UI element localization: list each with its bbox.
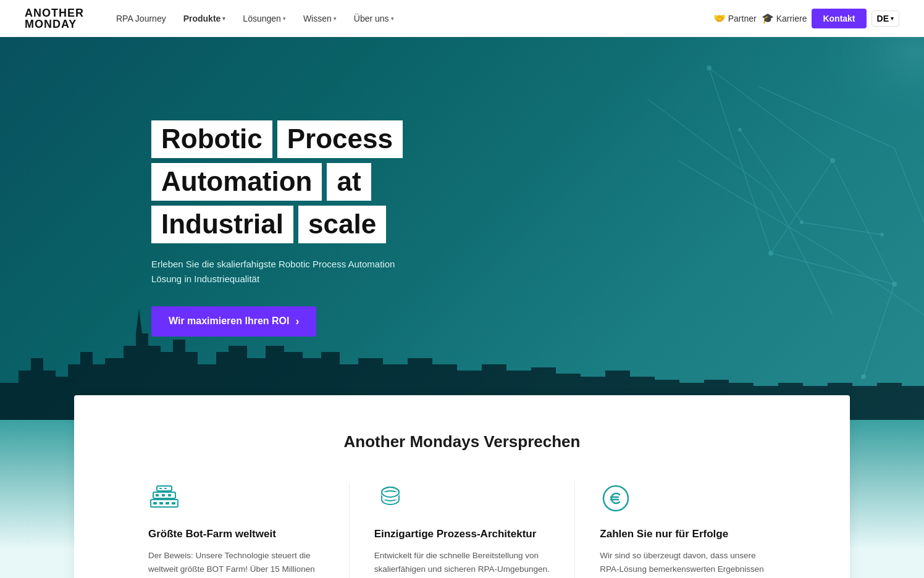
karriere-icon: 🎓 bbox=[762, 12, 774, 24]
nav-rpa-journey[interactable]: RPA Journey bbox=[109, 10, 174, 27]
nav-produkte[interactable]: Produkte ▾ bbox=[176, 10, 233, 27]
hero-title-automation: Automation bbox=[151, 163, 322, 201]
hero-section: Robotic Process Automation at Industrial… bbox=[0, 37, 924, 420]
polygon-decoration bbox=[462, 37, 924, 420]
svg-point-21 bbox=[880, 233, 884, 237]
card-title-bot-farm: Größte Bot-Farm weltweit bbox=[148, 528, 324, 540]
hero-title-industrial: Industrial bbox=[151, 206, 293, 243]
euro-icon bbox=[600, 482, 776, 517]
kontakt-button[interactable]: Kontakt bbox=[812, 9, 866, 28]
svg-rect-27 bbox=[172, 502, 175, 505]
svg-point-20 bbox=[800, 220, 804, 224]
hero-title-robotic: Robotic bbox=[151, 120, 272, 158]
hero-title-scale: scale bbox=[298, 206, 386, 243]
svg-point-17 bbox=[892, 282, 897, 287]
card-text-zahlen: Wir sind so überzeugt davon, dass unsere… bbox=[600, 549, 776, 578]
svg-line-7 bbox=[802, 222, 882, 235]
svg-rect-34 bbox=[164, 488, 167, 489]
promise-card-prozess: Einzigartige Prozess-Architektur Entwick… bbox=[350, 482, 576, 578]
nav-right: 🤝 Partner 🎓 Karriere Kontakt DE ▾ bbox=[713, 9, 899, 28]
hero-title-process: Process bbox=[277, 120, 403, 158]
chevron-down-icon: ▾ bbox=[283, 15, 286, 22]
hero-subtitle: Erleben Sie die skalierfahigste Robotic … bbox=[151, 257, 417, 287]
promise-card-bot-farm: Größte Bot-Farm weltweit Der Beweis: Uns… bbox=[124, 482, 350, 578]
logo[interactable]: ANOTHER MONDAY bbox=[25, 7, 84, 30]
chevron-down-icon: ▾ bbox=[334, 15, 337, 22]
svg-line-3 bbox=[863, 284, 894, 377]
title-row-1: Robotic Process bbox=[151, 120, 417, 158]
svg-rect-31 bbox=[168, 494, 171, 496]
nav-partner[interactable]: 🤝 Partner bbox=[713, 12, 757, 24]
card-title-prozess: Einzigartige Prozess-Architektur bbox=[374, 528, 550, 540]
nav-wissen[interactable]: Wissen ▾ bbox=[296, 10, 344, 27]
svg-point-22 bbox=[697, 37, 924, 210]
nav-karriere[interactable]: 🎓 Karriere bbox=[762, 12, 807, 24]
chevron-down-icon: ▾ bbox=[391, 15, 394, 22]
nav-links: RPA Journey Produkte ▾ Lösungen ▾ Wissen… bbox=[109, 10, 713, 27]
svg-point-16 bbox=[768, 251, 773, 256]
logo-line2: MONDAY bbox=[25, 19, 84, 30]
nav-loesungen[interactable]: Lösungen ▾ bbox=[235, 10, 293, 27]
arrow-icon: › bbox=[295, 315, 299, 328]
navbar: ANOTHER MONDAY RPA Journey Produkte ▾ Lö… bbox=[0, 0, 924, 37]
svg-rect-26 bbox=[166, 502, 169, 505]
chevron-down-icon: ▾ bbox=[891, 15, 894, 22]
card-text-prozess: Entwickelt für die schnelle Bereitstellu… bbox=[374, 549, 550, 578]
promise-cards: Größte Bot-Farm weltweit Der Beweis: Uns… bbox=[124, 482, 800, 578]
svg-rect-30 bbox=[162, 494, 165, 496]
svg-line-11 bbox=[833, 253, 924, 315]
bot-farm-icon bbox=[148, 482, 324, 517]
promise-section: Another Mondays Versprechen bbox=[74, 395, 850, 578]
promise-card-zahlen: Zahlen Sie nur für Erfolge Wir sind so ü… bbox=[575, 482, 800, 578]
nav-ueber-uns[interactable]: Über uns ▾ bbox=[346, 10, 401, 27]
title-row-3: Industrial scale bbox=[151, 206, 417, 243]
card-text-bot-farm: Der Beweis: Unsere Technologie steuert d… bbox=[148, 549, 324, 578]
prozess-icon bbox=[374, 482, 550, 517]
hero-title: Robotic Process Automation at Industrial… bbox=[151, 120, 417, 243]
svg-rect-24 bbox=[153, 502, 157, 505]
svg-line-9 bbox=[771, 191, 833, 315]
svg-rect-33 bbox=[159, 488, 162, 489]
partner-icon: 🤝 bbox=[713, 12, 726, 24]
language-selector[interactable]: DE ▾ bbox=[872, 10, 899, 27]
svg-point-42 bbox=[603, 486, 628, 511]
card-title-zahlen: Zahlen Sie nur für Erfolge bbox=[600, 528, 776, 540]
hero-title-at: at bbox=[327, 163, 371, 201]
logo-line1: ANOTHER bbox=[25, 7, 84, 19]
cta-button[interactable]: Wir maximieren Ihren ROI › bbox=[151, 306, 316, 337]
svg-line-2 bbox=[771, 253, 894, 284]
title-row-2: Automation at bbox=[151, 163, 417, 201]
promise-title: Another Mondays Versprechen bbox=[124, 432, 800, 451]
hero-content: Robotic Process Automation at Industrial… bbox=[0, 120, 417, 336]
svg-point-18 bbox=[861, 374, 866, 379]
svg-rect-29 bbox=[156, 494, 159, 496]
svg-rect-25 bbox=[159, 502, 163, 505]
chevron-down-icon: ▾ bbox=[222, 15, 225, 22]
